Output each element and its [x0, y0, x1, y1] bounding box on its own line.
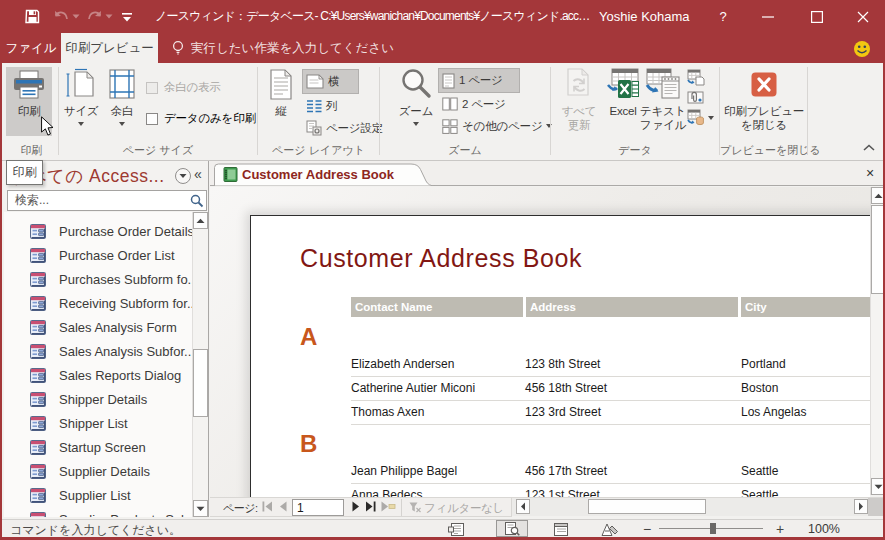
- zoom-out-icon[interactable]: −: [643, 521, 651, 537]
- refresh-all-button[interactable]: すべて更新: [555, 67, 603, 132]
- export-pdf-button[interactable]: [687, 69, 705, 90]
- nav-item[interactable]: Receiving Subform for...: [4, 291, 192, 315]
- nav-scroll-up-icon[interactable]: [193, 212, 208, 229]
- prev-page-icon[interactable]: [279, 501, 288, 512]
- bottom-bar: ページ: フィルターなし: [210, 497, 883, 517]
- last-page-icon[interactable]: [364, 501, 377, 512]
- export-more-button[interactable]: [687, 109, 714, 126]
- redo-icon[interactable]: [86, 6, 103, 27]
- export-excel-button[interactable]: Excel: [605, 67, 641, 118]
- preview-horizontal-scrollbar[interactable]: [512, 497, 883, 516]
- tab-print-preview[interactable]: 印刷プレビュー: [61, 33, 158, 63]
- nav-item[interactable]: Shipper List: [4, 411, 192, 435]
- report-row: Thomas Axen123 3rd StreetLos Angelas: [351, 401, 870, 425]
- size-button[interactable]: サイズ: [61, 67, 101, 126]
- margins-button-label: 余白: [111, 104, 134, 118]
- preview-vertical-scrollbar[interactable]: [870, 187, 885, 495]
- report-view-icon[interactable]: [446, 522, 466, 536]
- first-page-icon[interactable]: [261, 501, 274, 512]
- landscape-button[interactable]: 横: [303, 70, 358, 93]
- more-pages-button[interactable]: その他のページ: [439, 116, 552, 136]
- design-view-icon[interactable]: [600, 522, 620, 536]
- zoom-button[interactable]: ズーム: [392, 67, 440, 126]
- zoom-in-icon[interactable]: +: [776, 521, 784, 537]
- nav-pane-menu-icon[interactable]: [175, 168, 191, 184]
- nav-item[interactable]: Startup Screen: [4, 435, 192, 459]
- two-pages-button[interactable]: 2 ページ: [439, 94, 506, 114]
- nav-item[interactable]: Sales Reports Dialog: [4, 363, 192, 387]
- redo-dropdown-icon[interactable]: [105, 6, 113, 27]
- shutter-bar-close-icon[interactable]: «: [194, 166, 202, 182]
- nav-item[interactable]: Purchase Order Details: [4, 219, 192, 243]
- smiley-icon[interactable]: [853, 40, 871, 62]
- document-tab-label[interactable]: Customer Address Book: [242, 161, 394, 186]
- nav-item[interactable]: Sales Analysis Form: [4, 315, 192, 339]
- current-page-input[interactable]: [292, 499, 344, 516]
- nav-item[interactable]: Shipper Details: [4, 387, 192, 411]
- report-cell: Elizabeth Andersen: [351, 353, 454, 376]
- tab-file[interactable]: ファイル: [2, 33, 60, 63]
- search-box[interactable]: 検索...: [7, 190, 207, 211]
- next-page-icon[interactable]: [351, 501, 360, 512]
- filter-state-label[interactable]: フィルターなし: [424, 501, 504, 516]
- preview-scroll-down-icon[interactable]: [871, 478, 885, 495]
- nav-item-label: Supplier Details: [59, 464, 150, 479]
- close-document-icon[interactable]: ×: [860, 161, 880, 186]
- show-margins-checkbox[interactable]: 余白の表示: [146, 80, 221, 95]
- search-icon[interactable]: [190, 194, 204, 208]
- nav-item[interactable]: Supplier List: [4, 483, 192, 507]
- customize-qat-icon[interactable]: [121, 6, 133, 27]
- nav-item-label: Purchase Order List: [59, 248, 175, 263]
- group-letter: A: [300, 323, 317, 351]
- nav-item[interactable]: Sales Analysis Subfor...: [4, 339, 192, 363]
- print-preview-view-icon[interactable]: [502, 522, 522, 536]
- maximize-button[interactable]: [802, 0, 832, 33]
- nav-scroll-thumb[interactable]: [193, 349, 208, 417]
- preview-scroll-thumb[interactable]: [871, 205, 885, 294]
- nav-item-label: Shipper Details: [59, 392, 147, 407]
- nav-item[interactable]: Purchase Order List: [4, 243, 192, 267]
- minimize-button[interactable]: [753, 0, 783, 33]
- nav-item[interactable]: Purchases Subform fo...: [4, 267, 192, 291]
- report-icon: [223, 167, 238, 182]
- print-preview-viewport[interactable]: Customer Address Book Contact NameAddres…: [210, 187, 870, 497]
- layout-view-icon[interactable]: [551, 522, 571, 536]
- zoom-slider-thumb[interactable]: [710, 523, 716, 534]
- h-scroll-thumb[interactable]: [588, 499, 706, 514]
- tellme-box[interactable]: 実行したい作業を入力してください: [172, 33, 394, 63]
- page-setup-button[interactable]: ページ設定: [303, 118, 383, 138]
- more-export-icon: [687, 109, 705, 126]
- nav-item[interactable]: Supplier Products Sub...: [4, 507, 192, 517]
- help-button[interactable]: ?: [708, 0, 738, 33]
- columns-button[interactable]: 列: [303, 96, 337, 116]
- nav-item[interactable]: Supplier Details: [4, 459, 192, 483]
- h-scroll-right-icon[interactable]: [854, 499, 868, 514]
- zoom-percentage[interactable]: 100%: [808, 522, 840, 536]
- margins-button[interactable]: 余白: [102, 67, 142, 126]
- save-icon[interactable]: [25, 6, 40, 27]
- two-pages-icon: [442, 97, 458, 111]
- export-text-button[interactable]: テキストファイル: [643, 67, 683, 132]
- portrait-button[interactable]: 縦: [262, 67, 300, 118]
- h-scroll-left-icon[interactable]: [516, 499, 530, 514]
- nav-scroll-down-icon[interactable]: [193, 500, 208, 517]
- account-name[interactable]: Yoshie Kohama: [599, 0, 690, 33]
- more-pages-icon: [442, 119, 458, 134]
- print-data-only-checkbox[interactable]: データのみを印刷: [146, 111, 256, 126]
- record-nav-label: ページ:: [223, 501, 258, 516]
- undo-icon[interactable]: [53, 6, 70, 27]
- preview-scroll-up-icon[interactable]: [871, 187, 885, 204]
- window-title: ノースウィンド：データベース- C:¥Users¥wanichan¥Docume…: [155, 0, 591, 33]
- close-print-preview-button[interactable]: 印刷プレビューを閉じる: [724, 67, 804, 132]
- close-button[interactable]: [848, 0, 878, 33]
- nav-scrollbar[interactable]: [192, 212, 208, 517]
- one-page-button[interactable]: 1 ページ: [439, 69, 519, 92]
- landscape-icon: [306, 74, 324, 89]
- email-button[interactable]: [687, 89, 705, 110]
- report-title: Customer Address Book: [300, 244, 582, 273]
- nav-item-label: Supplier Products Sub...: [59, 512, 192, 518]
- collapse-ribbon-icon[interactable]: [862, 140, 878, 156]
- undo-dropdown-icon[interactable]: [72, 6, 80, 27]
- new-record-icon[interactable]: [380, 501, 396, 512]
- filter-icon[interactable]: [409, 502, 421, 513]
